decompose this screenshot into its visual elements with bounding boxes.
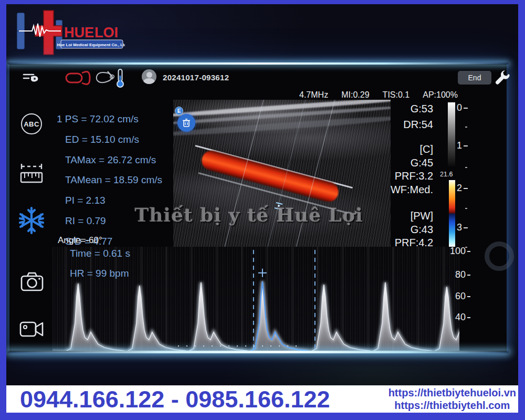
organ-preset-icon[interactable] (94, 70, 114, 87)
end-exam-button[interactable]: End (458, 71, 491, 85)
color-scale-max: 21.6 (440, 171, 453, 178)
measurement-row: TAMean = 18.59 cm/s (57, 170, 162, 191)
phone-numbers: 0944.166.122 - 0985.166.122 (20, 386, 330, 413)
velocity-tick: 60 (455, 291, 470, 302)
url-primary: https://thietbiytehueloi.vn (388, 386, 516, 399)
grayscale-bar (448, 102, 455, 166)
heart-rate-label: HR = 99 bpm (70, 268, 129, 279)
logo-subtitle: Hue Loi Medical Equipment Co., Ltd (57, 43, 125, 47)
website-urls: https://thietbiytehueloi.vn https://thie… (388, 386, 516, 412)
menu-icon[interactable] (22, 71, 40, 85)
tis-label: TIS:0.1 (383, 90, 410, 100)
measurement-row: 1 PS = 72.02 cm/s (57, 109, 162, 130)
depth-minor-tick (465, 167, 467, 168)
frequency-label: 4.7MHz (299, 90, 328, 100)
b-gain-label: G:53 (403, 101, 433, 117)
patient-avatar[interactable] (142, 69, 156, 84)
logo-text-hue: HUE (64, 25, 94, 40)
peak-caliper-marker[interactable] (258, 269, 267, 277)
depth-tick: 3 (457, 222, 468, 233)
exam-id-label: 20241017-093612 (163, 73, 229, 82)
c-header-label: [C] (391, 143, 433, 156)
velocity-tick: 100 (450, 246, 470, 257)
freeze-snowflake-icon[interactable] (18, 206, 45, 235)
depth-minor-tick (465, 208, 467, 209)
c-wf-label: WF:Med. (391, 183, 433, 197)
depth-minor-tick (465, 127, 467, 128)
probe-position-badge[interactable]: E (175, 107, 183, 115)
acoustic-output-row: 4.7MHz MI:0.29 TIS:0.1 AP:100% (299, 90, 458, 100)
b-mode-params: G:53 DR:54 (403, 101, 433, 132)
depth-tick: 2 (457, 183, 468, 194)
measure-ruler-icon[interactable] (19, 163, 44, 185)
measurement-results: 1 PS = 72.02 cm/s ED = 15.10 cm/s TAMax … (57, 109, 162, 252)
video-record-icon[interactable] (19, 319, 44, 339)
b-dr-label: DR:54 (403, 117, 433, 132)
annotate-abc-button[interactable]: ABC (21, 113, 42, 134)
c-prf-label: PRF:3.2 (391, 170, 433, 183)
page-background: HUE LOI Hue Loi Medical Equipment Co., L… (6, 4, 518, 413)
page-frame: HUE LOI Hue Loi Medical Equipment Co., L… (0, 0, 525, 420)
settings-wrench-icon[interactable] (494, 69, 511, 87)
company-logo: HUE LOI Hue Loi Medical Equipment Co., L… (15, 9, 125, 58)
pw-gain-label: G:43 (394, 223, 433, 237)
ultrasound-screen: 20241017-093612 End ABC (9, 64, 507, 352)
angle-label: Angle=-60° (58, 235, 102, 246)
thermometer-icon[interactable] (115, 68, 125, 88)
spectral-doppler-display (52, 247, 459, 351)
color-doppler-bar (449, 180, 455, 247)
footer-band: 0944.166.122 - 0985.166.122 https://thie… (6, 385, 518, 413)
velocity-tick: 40 (455, 312, 470, 323)
pw-header-label: [PW] (394, 209, 433, 223)
measurement-row: ED = 15.10 cm/s (57, 130, 162, 150)
logo-text-loi: LOI (94, 25, 118, 40)
avatar-body (143, 78, 155, 84)
watermark-text: Thiết bị y tế Huê Lợi (102, 204, 396, 226)
delete-trash-button[interactable] (177, 114, 195, 132)
velocity-tick: 80 (455, 269, 470, 280)
time-axis-dots (178, 345, 297, 346)
avatar-head (146, 72, 152, 78)
linear-probe-icon[interactable] (65, 68, 93, 88)
c-gain-label: G:45 (391, 156, 433, 170)
color-mode-params: [C] G:45 PRF:3.2 WF:Med. (391, 143, 433, 196)
ap-label: AP:100% (423, 90, 458, 100)
url-secondary: https://thietbiytehl.com (388, 399, 516, 412)
camera-snapshot-icon[interactable] (20, 271, 44, 292)
depth-tick: 0 (457, 102, 468, 113)
background-knob-ring (485, 242, 514, 271)
measurement-row: TAMax = 26.72 cm/s (57, 150, 162, 171)
time-label: Time = 0.61 s (70, 248, 130, 259)
depth-tick: 1 (457, 140, 468, 151)
mi-label: MI:0.29 (341, 90, 369, 100)
